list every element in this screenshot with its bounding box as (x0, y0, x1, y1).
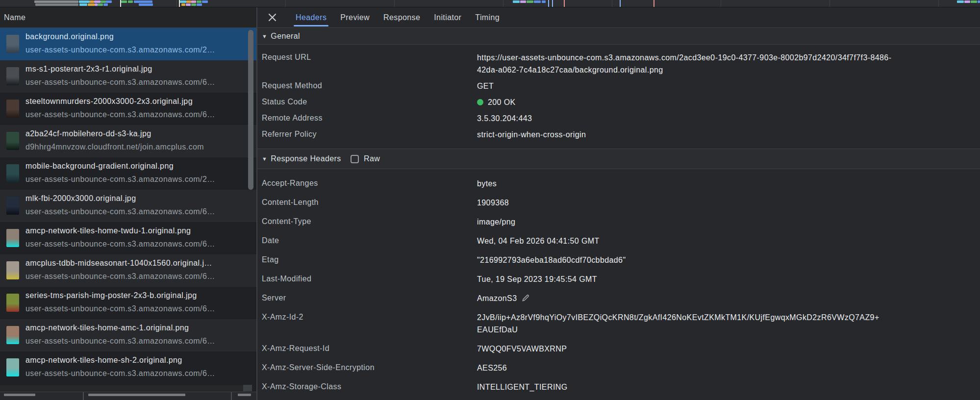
request-thumbnail (6, 326, 19, 344)
overview-event-line (653, 0, 654, 7)
network-request-row[interactable]: ms-s1-posterart-2x3-r1.original.jpguser-… (0, 60, 256, 93)
header-row-label: Accept-Ranges (262, 177, 477, 190)
overview-gridline (394, 0, 395, 7)
network-request-row[interactable]: background.original.pnguser-assets-unbou… (0, 28, 256, 60)
summary-text-clipped (238, 394, 251, 396)
overview-waterfall-segment (180, 0, 186, 3)
header-row-value: GET (477, 80, 494, 92)
header-row-label: Content-Type (262, 216, 477, 228)
header-row-label: Date (262, 235, 477, 247)
overview-waterfall-segment (121, 0, 127, 3)
status-ok-dot (477, 99, 483, 105)
header-row-label: Server (262, 292, 477, 304)
overview-waterfall-segment (139, 3, 153, 6)
overview-waterfall-segment (98, 3, 103, 6)
header-row: Request URLhttps://user-assets-unbounce-… (257, 50, 980, 78)
overview-waterfall-segment (197, 3, 202, 6)
overview-waterfall-segment (542, 0, 546, 3)
overview-waterfall-segment (94, 0, 101, 3)
section-response-headers-header[interactable]: ▼ Response Headers Raw (257, 149, 980, 169)
header-row: X-Amz-Storage-ClassINTELLIGENT_TIERING (257, 377, 980, 397)
overview-waterfall-segment (978, 0, 980, 3)
network-request-row[interactable]: amcp-network-tiles-home-amc-1.original.p… (0, 319, 256, 351)
overview-waterfall-segment (971, 0, 977, 3)
horizontal-scrollbar-track[interactable] (0, 385, 245, 392)
overview-waterfall-segment (35, 3, 78, 6)
overview-waterfall-segment (34, 0, 78, 3)
network-request-row[interactable]: amcp-network-tiles-home-twdu-1.original.… (0, 222, 256, 254)
column-header-label: Name (4, 13, 25, 22)
header-row-value: Tue, 19 Sep 2023 19:45:54 GMT (477, 273, 597, 285)
collapse-triangle-icon: ▼ (262, 33, 267, 39)
overview-waterfall-segment (88, 3, 95, 6)
request-thumbnail (6, 164, 19, 182)
header-row: Last-ModifiedTue, 19 Sep 2023 19:45:54 G… (257, 270, 980, 289)
section-response-headers-title: Response Headers (271, 154, 341, 163)
request-thumbnail (6, 358, 19, 376)
network-request-row[interactable]: steeltownmurders-2000x3000-2x3.original.… (0, 93, 256, 125)
overview-gridline (285, 0, 286, 7)
overview-waterfall-segment (957, 0, 964, 3)
summary-bar-divider (83, 392, 84, 400)
column-header-name[interactable]: Name (0, 7, 256, 28)
network-request-row[interactable]: amcplus-tdbb-midseasonart-1040x1560.orig… (0, 254, 256, 287)
collapse-triangle-icon: ▼ (262, 156, 267, 162)
header-row-value: "216992793a6eba18ad60cdf70cbbdad6" (477, 254, 626, 266)
network-request-row[interactable]: series-tms-parish-img-poster-2x3-b.origi… (0, 287, 256, 319)
request-thumbnail (6, 67, 19, 85)
request-thumbnail (6, 229, 19, 247)
request-domain: user-assets-unbounce-com.s3.amazonaws.co… (25, 337, 215, 346)
overview-waterfall-segment (79, 0, 90, 3)
section-general-header[interactable]: ▼ General (257, 28, 980, 45)
overview-waterfall-segment (520, 0, 526, 3)
header-row-label: Status Code (262, 96, 477, 108)
raw-checkbox-label: Raw (364, 154, 380, 163)
scrollbar-corner (243, 385, 252, 391)
header-row-value: 1909368 (477, 197, 509, 209)
header-row-label: Etag (262, 254, 477, 266)
tab-preview[interactable]: Preview (333, 7, 377, 27)
network-request-row[interactable]: amcp-network-tiles-home-sh-2.original.pn… (0, 351, 256, 384)
raw-checkbox[interactable] (351, 155, 359, 163)
header-row: Status Code200 OK (257, 94, 980, 110)
request-domain: user-assets-unbounce-com.s3.amazonaws.co… (25, 207, 215, 216)
header-row: Etag"216992793a6eba18ad60cdf70cbbdad6" (257, 250, 980, 270)
tab-initiator[interactable]: Initiator (427, 7, 468, 27)
overview-gridline (176, 0, 177, 7)
header-row: Request MethodGET (257, 78, 980, 94)
network-request-row[interactable]: a2ba24cf-mobilehero-dd-s3-ka.jpgd9hhrg4m… (0, 125, 256, 157)
raw-toggle: Raw (351, 154, 380, 163)
overview-waterfall-segment (186, 0, 191, 3)
request-name: amcp-network-tiles-home-sh-2.original.pn… (25, 356, 182, 365)
tab-headers[interactable]: Headers (289, 7, 333, 27)
header-row-label: Content-Length (262, 197, 477, 209)
request-domain: user-assets-unbounce-com.s3.amazonaws.co… (25, 110, 215, 119)
overview-waterfall-segment (181, 3, 185, 6)
close-details-button[interactable] (266, 12, 278, 24)
request-name: amcp-network-tiles-home-twdu-1.original.… (25, 226, 191, 235)
edit-pencil-icon[interactable] (522, 294, 530, 302)
network-overview-timeline[interactable] (0, 0, 980, 7)
details-tab-bar: HeadersPreviewResponseInitiatorTiming (257, 7, 980, 28)
request-name: steeltownmurders-2000x3000-2x3.original.… (25, 97, 193, 106)
overview-event-line (120, 0, 121, 7)
network-request-row[interactable]: mobile-background-gradient.original.pngu… (0, 157, 256, 190)
overview-gridline (721, 0, 721, 7)
tab-response[interactable]: Response (377, 7, 427, 27)
request-domain: user-assets-unbounce-com.s3.amazonaws.co… (25, 369, 215, 378)
close-icon (268, 13, 277, 22)
overview-gridline (503, 0, 503, 7)
header-row-label: Last-Modified (262, 273, 477, 285)
header-row-label: X-Amz-Storage-Class (262, 381, 477, 393)
tab-timing[interactable]: Timing (468, 7, 506, 27)
header-row: Content-Typeimage/png (257, 212, 980, 231)
summary-text-clipped (88, 394, 185, 396)
overview-waterfall-segment (134, 0, 152, 3)
vertical-scrollbar-thumb[interactable] (248, 30, 253, 190)
request-name: a2ba24cf-mobilehero-dd-s3-ka.jpg (25, 129, 151, 138)
request-thumbnail (6, 197, 19, 215)
network-request-row[interactable]: mlk-fbi-2000x3000.original.jpguser-asset… (0, 190, 256, 222)
header-row: Content-Length1909368 (257, 193, 980, 212)
header-row-label: Referrer Policy (262, 128, 477, 141)
header-row-value: strict-origin-when-cross-origin (477, 128, 586, 141)
